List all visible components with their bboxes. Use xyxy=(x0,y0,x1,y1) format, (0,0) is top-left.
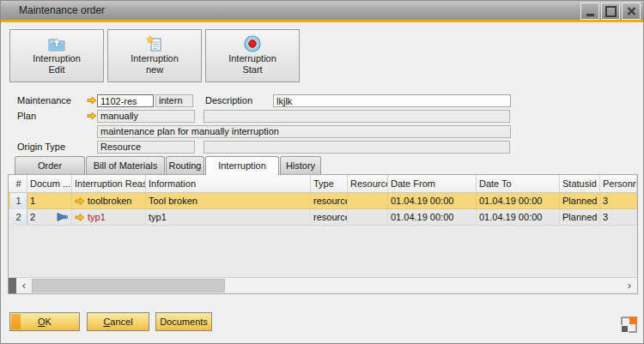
scroll-right-button[interactable]: › xyxy=(622,278,637,293)
statusid-cell[interactable]: Planned xyxy=(560,193,600,209)
document-text: 2 xyxy=(30,212,35,222)
link-arrow-icon[interactable] xyxy=(87,111,97,121)
information-cell[interactable]: Tool broken xyxy=(146,193,311,209)
link-arrow-icon[interactable] xyxy=(75,196,85,206)
grip-dark-square-icon xyxy=(622,326,628,332)
documents-button-label: Documents xyxy=(156,313,211,330)
scrollbar-thumb[interactable] xyxy=(32,279,225,293)
interruption-table: # Docum ... Interruption Reaso Informati… xyxy=(8,174,638,294)
date-from-cell[interactable]: 01.04.19 00:00 xyxy=(388,209,477,226)
col-header-date-to[interactable]: Date To xyxy=(477,175,560,192)
col-header-statusid[interactable]: Statusid xyxy=(560,175,600,192)
col-header-date-from[interactable]: Date From xyxy=(388,175,477,192)
maintenance-order-window: Maintenance order Interruption Edit xyxy=(0,0,644,344)
window-title: Maintenance order xyxy=(19,4,105,16)
close-icon xyxy=(627,7,636,15)
folder-upload-icon xyxy=(10,34,103,53)
reason-cell[interactable]: toolbroken xyxy=(72,193,146,209)
minimize-icon xyxy=(586,14,594,16)
interruption-edit-button[interactable]: Interruption Edit xyxy=(9,29,104,82)
link-arrow-icon[interactable] xyxy=(75,213,85,222)
tab-bill-of-materials[interactable]: Bill of Materials xyxy=(86,156,165,174)
resize-grip[interactable] xyxy=(621,317,637,333)
origin-type-label: Origin Type xyxy=(17,141,65,154)
description-input[interactable] xyxy=(273,94,511,107)
maintenance-code-input[interactable] xyxy=(97,94,154,107)
record-icon xyxy=(206,34,299,53)
maximize-icon xyxy=(605,6,617,17)
information-cell[interactable]: typ1 xyxy=(146,209,311,226)
reason-text: toolbroken xyxy=(88,193,131,208)
minimize-button[interactable] xyxy=(580,3,599,20)
toolbar-label: Interruption xyxy=(10,53,103,64)
personnel-cell[interactable]: 3 xyxy=(600,209,637,226)
toolbar-label: new xyxy=(108,64,201,75)
document-cell[interactable]: 2 xyxy=(27,209,72,226)
plan-note-field[interactable]: maintenance plan for manually interrupti… xyxy=(97,125,511,138)
col-header-num[interactable]: # xyxy=(10,175,27,192)
toolbar-label: Start xyxy=(206,64,299,75)
plan-field[interactable]: manually xyxy=(97,110,195,123)
interruption-start-button[interactable]: Interruption Start xyxy=(205,29,300,82)
tab-routing[interactable]: Routing xyxy=(166,156,204,174)
interruption-new-button[interactable]: Interruption new xyxy=(107,29,202,82)
origin-type-field[interactable]: Resource xyxy=(97,141,195,154)
ok-button-focus-strip xyxy=(11,314,21,329)
tab-order[interactable]: Order xyxy=(15,156,85,174)
maintenance-label: Maintenance xyxy=(17,94,71,107)
maximize-button[interactable] xyxy=(601,3,620,20)
col-header-personnel[interactable]: Personn xyxy=(600,175,637,192)
date-to-cell[interactable]: 01.04.19 00:00 xyxy=(477,209,560,226)
resource-cell[interactable] xyxy=(348,209,388,226)
ok-button[interactable]: OK xyxy=(9,312,80,331)
toolbar-label: Interruption xyxy=(108,53,201,64)
row-number-cell[interactable]: 2 xyxy=(10,209,27,226)
date-from-cell[interactable]: 01.04.19 00:00 xyxy=(388,193,477,209)
table-row[interactable]: 1 1 toolbroken Tool broken resource 01.0… xyxy=(9,193,637,209)
grip-orange-square-icon xyxy=(629,317,637,324)
grip-corner-icon xyxy=(629,324,637,333)
document-cell[interactable]: 1 xyxy=(27,193,72,209)
type-cell[interactable]: resource xyxy=(311,193,348,209)
accent-line xyxy=(1,20,643,22)
new-document-icon xyxy=(108,34,201,53)
reason-text: typ1 xyxy=(88,209,106,225)
origin-extra-field[interactable] xyxy=(204,141,510,154)
close-button[interactable] xyxy=(622,3,641,20)
reason-cell[interactable]: typ1 xyxy=(72,209,146,226)
table-header-row: # Docum ... Interruption Reaso Informati… xyxy=(9,175,637,193)
col-header-reason[interactable]: Interruption Reaso xyxy=(72,175,146,192)
link-arrow-icon[interactable] xyxy=(87,95,97,106)
plan-extra-field[interactable] xyxy=(204,110,510,123)
date-to-cell[interactable]: 01.04.19 00:00 xyxy=(477,193,560,209)
resource-cell[interactable] xyxy=(348,193,388,209)
window-controls xyxy=(580,3,641,20)
plan-label: Plan xyxy=(17,110,36,123)
col-header-type[interactable]: Type xyxy=(311,175,348,192)
col-header-resource[interactable]: Resource xyxy=(348,175,388,192)
table-row[interactable]: 2 2 typ1 typ1 resource 01.04.19 00:00 01… xyxy=(9,209,637,226)
tab-history[interactable]: History xyxy=(280,156,321,174)
scroll-left-button[interactable]: ‹ xyxy=(16,278,32,293)
col-header-information[interactable]: Information xyxy=(146,175,311,192)
toolbar-label: Edit xyxy=(10,64,103,75)
intern-field[interactable]: intern xyxy=(155,94,193,107)
type-cell[interactable]: resource xyxy=(311,209,348,226)
statusid-cell[interactable]: Planned xyxy=(560,209,600,226)
cancel-button-label: Cancel xyxy=(88,313,149,330)
alarm-megaphone-icon xyxy=(57,212,70,222)
ok-button-label: OK xyxy=(10,313,79,330)
cancel-button[interactable]: Cancel xyxy=(87,312,149,331)
personnel-cell[interactable]: 3 xyxy=(600,193,637,209)
title-bar[interactable]: Maintenance order xyxy=(1,1,643,20)
horizontal-scrollbar[interactable]: ‹ › xyxy=(9,277,637,293)
documents-button[interactable]: Documents xyxy=(155,312,212,331)
toolbar-label: Interruption xyxy=(206,53,299,64)
scrollbar-corner-block xyxy=(9,278,16,293)
row-number-cell[interactable]: 1 xyxy=(10,193,27,209)
col-header-document[interactable]: Docum ... xyxy=(27,175,72,192)
description-label: Description xyxy=(205,94,252,107)
tab-interruption[interactable]: Interruption xyxy=(205,156,279,175)
